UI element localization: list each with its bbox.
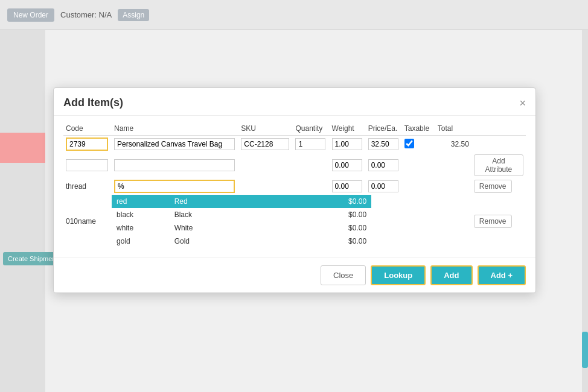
action-cell-4: Remove [471,195,526,248]
qty-cell-1 [293,136,329,153]
name-cell-2 [112,153,238,178]
name-input-1[interactable] [114,138,235,150]
taxable-cell-3 [402,178,435,195]
price-input-2[interactable] [368,159,398,171]
remove-button-3[interactable]: Remove [474,180,512,193]
add-items-dialog: Add Item(s) × Code Name SKU Quantity Wei… [53,87,536,293]
modal-body: Code Name SKU Quantity Weight Price/Ea. … [54,116,535,258]
table-row: 32.50 [63,136,526,153]
dropdown-option-red[interactable]: red Red $0.00 [112,195,371,208]
dropdown-container: red Red $0.00 black Black $0.00 [112,195,402,248]
dropdown-code-gold: gold [112,235,170,248]
total-cell-2 [435,153,471,178]
code-cell-2 [63,153,112,178]
table-row: 010name red Red $0.00 [63,195,526,248]
code-cell-1 [63,136,112,153]
price-cell-1 [366,136,402,153]
price-input-1[interactable] [368,138,398,150]
close-button[interactable]: Close [321,265,366,285]
col-header-sku: SKU [238,122,293,136]
col-header-code: Code [63,122,112,136]
qty-cell-3 [293,178,329,195]
name-input-2[interactable] [114,159,235,171]
modal-overlay: Add Item(s) × Code Name SKU Quantity Wei… [0,0,588,392]
total-cell-4 [435,195,471,248]
code-input-1[interactable] [66,138,108,151]
action-cell-1 [471,136,526,153]
remove-button-4[interactable]: Remove [474,215,512,228]
taxable-checkbox-1[interactable] [404,139,414,148]
weight-cell-1 [330,136,366,153]
dropdown-price-gold: $0.00 [314,235,372,248]
col-header-name: Name [112,122,238,136]
taxable-cell-4 [402,195,435,248]
name-input-3[interactable] [114,180,235,193]
action-cell-3: Remove [471,178,526,195]
weight-input-2[interactable] [332,159,362,171]
dropdown-code-red: red [112,195,170,208]
modal-close-button[interactable]: × [519,98,526,109]
col-header-qty: Quantity [293,122,329,136]
col-header-weight: Weight [330,122,366,136]
col-header-price: Price/Ea. [366,122,402,136]
col-header-taxable: Taxable [402,122,435,136]
add-button[interactable]: Add [430,265,472,285]
weight-cell-3 [330,178,366,195]
dropdown-name-gold: Gold [170,235,314,248]
modal-header: Add Item(s) × [54,88,535,116]
code-cell-4: 010name [63,195,112,248]
weight-cell-2 [330,153,366,178]
qty-input-1[interactable] [295,138,325,150]
taxable-cell-2 [402,153,435,178]
price-cell-2 [366,153,402,178]
add-attribute-button[interactable]: Add Attribute [474,154,523,176]
add-plus-button[interactable]: Add + [478,265,526,285]
sku-input-1[interactable] [241,138,289,150]
code-value-3: thread [66,182,86,191]
qty-cell-2 [293,153,329,178]
items-table: Code Name SKU Quantity Weight Price/Ea. … [63,122,526,248]
dropdown-name-red: Red [170,195,314,208]
dropdown-name-black: Black [170,208,314,221]
action-cell-2: Add Attribute [471,153,526,178]
modal-footer: Close Lookup Add Add + [54,258,535,292]
table-row: Add Attribute [63,153,526,178]
dropdown-option-black[interactable]: black Black $0.00 [112,208,371,221]
dropdown-code-black: black [112,208,170,221]
dropdown-option-gold[interactable]: gold Gold $0.00 [112,235,371,248]
dropdown-price-white: $0.00 [314,221,372,235]
dropdown-price-black: $0.00 [314,208,372,221]
total-cell-3 [435,178,471,195]
sku-cell-1 [238,136,293,153]
sku-cell-3 [238,178,293,195]
dropdown-price-red: $0.00 [314,195,372,208]
dropdown-name-white: White [170,221,314,235]
taxable-cell-1 [402,136,435,153]
price-cell-3 [366,178,402,195]
name-cell-1 [112,136,238,153]
sku-cell-2 [238,153,293,178]
name-cell-3 [112,178,238,195]
dropdown-code-white: white [112,221,170,235]
lookup-button[interactable]: Lookup [371,265,426,285]
price-input-3[interactable] [368,180,398,192]
weight-input-3[interactable] [332,180,362,192]
code-cell-3: thread [63,178,112,195]
code-value-4: 010name [66,217,96,226]
col-header-total: Total [435,122,471,136]
code-input-2[interactable] [66,159,108,171]
table-row: thread [63,178,526,195]
weight-input-1[interactable] [332,138,362,150]
dropdown-option-white[interactable]: white White $0.00 [112,221,371,235]
total-cell-1: 32.50 [435,136,471,153]
modal-title: Add Item(s) [63,96,123,109]
col-header-action [471,122,526,136]
